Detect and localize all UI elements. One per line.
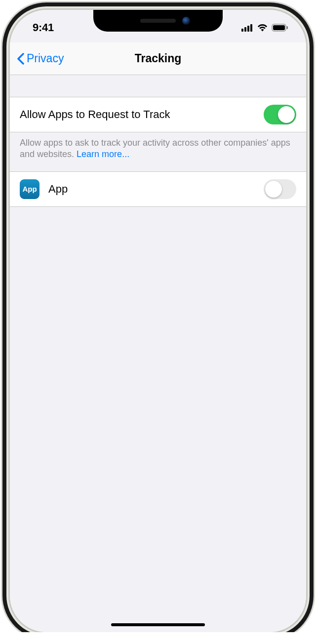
back-label: Privacy bbox=[27, 52, 64, 65]
phone-frame: 9:41 bbox=[10, 10, 306, 632]
allow-tracking-cell: Allow Apps to Request to Track bbox=[10, 97, 306, 132]
chevron-left-icon bbox=[17, 53, 25, 65]
svg-rect-6 bbox=[287, 26, 288, 29]
nav-bar: Privacy Tracking bbox=[10, 42, 306, 75]
toggle-knob bbox=[265, 181, 282, 198]
status-icons bbox=[241, 21, 288, 32]
content: Allow Apps to Request to Track Allow app… bbox=[10, 75, 306, 207]
svg-rect-2 bbox=[247, 26, 249, 32]
home-indicator[interactable] bbox=[111, 623, 205, 626]
speaker bbox=[140, 19, 176, 23]
cellular-icon bbox=[241, 24, 253, 32]
allow-tracking-footer: Allow apps to ask to track your activity… bbox=[10, 132, 306, 171]
toggle-knob bbox=[278, 106, 295, 123]
screen: 9:41 bbox=[10, 10, 306, 632]
footer-text: Allow apps to ask to track your activity… bbox=[20, 138, 290, 159]
svg-rect-5 bbox=[273, 25, 285, 30]
allow-tracking-label: Allow Apps to Request to Track bbox=[20, 108, 170, 121]
allow-tracking-toggle[interactable] bbox=[264, 105, 296, 124]
notch bbox=[93, 10, 223, 32]
app-tracking-toggle[interactable] bbox=[264, 179, 296, 199]
app-name: App bbox=[48, 183, 68, 196]
front-camera bbox=[182, 17, 190, 25]
wifi-icon bbox=[257, 24, 268, 32]
svg-rect-1 bbox=[244, 27, 246, 32]
battery-icon bbox=[272, 24, 288, 32]
page-title: Tracking bbox=[135, 52, 182, 65]
back-button[interactable]: Privacy bbox=[17, 52, 64, 65]
status-time: 9:41 bbox=[33, 18, 54, 34]
app-cell: App App bbox=[10, 171, 306, 207]
svg-rect-0 bbox=[241, 29, 243, 32]
learn-more-link[interactable]: Learn more... bbox=[77, 149, 129, 159]
svg-rect-3 bbox=[250, 24, 252, 32]
app-icon: App bbox=[20, 179, 40, 199]
